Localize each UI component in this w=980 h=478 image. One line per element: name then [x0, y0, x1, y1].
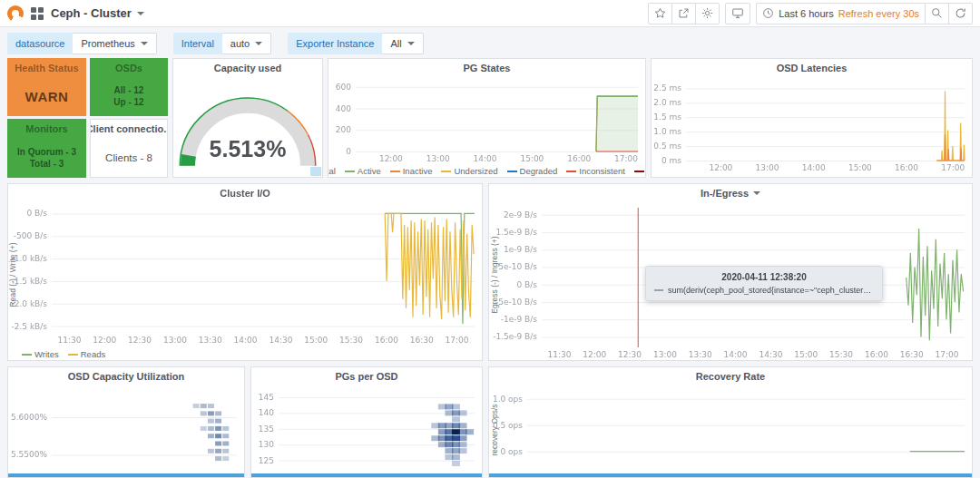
legend-label: Total	[328, 166, 336, 176]
variable-datasource: datasource Prometheus	[7, 33, 157, 54]
panel-title[interactable]: Cluster I/O	[8, 184, 482, 202]
panel-title: In-/Egress	[701, 184, 749, 202]
panel-title[interactable]: OSD Latencies	[652, 59, 972, 77]
dashboards-grid-icon[interactable]	[31, 7, 44, 20]
annotation-tooltip: 2020-04-11 12:38:20 sum(deriv(ceph_pool_…	[645, 266, 883, 301]
panel-in-egress[interactable]: In-/Egress Egress (-) / Ingress (+) 2020…	[488, 183, 973, 361]
settings-button[interactable]	[696, 3, 720, 24]
datasource-value: Prometheus	[81, 38, 134, 49]
refresh-button[interactable]	[949, 3, 973, 24]
capacity-gauge-value: 5.513%	[173, 136, 322, 162]
health-status-value: WARN	[25, 89, 69, 104]
panel-title[interactable]: Monitors	[8, 120, 85, 138]
legend-label: Writes	[34, 349, 59, 359]
osds-all-value: All - 12	[114, 85, 144, 95]
legend-color-dash	[68, 354, 78, 356]
clients-value: Clients - 8	[105, 152, 152, 163]
legend-item[interactable]: Inactive	[390, 166, 433, 176]
exporter-instance-select[interactable]: All	[382, 33, 423, 54]
interval-select[interactable]: auto	[222, 33, 271, 54]
gear-icon	[701, 7, 713, 19]
legend-item[interactable]: Degraded	[507, 166, 558, 176]
grafana-logo-hole	[12, 10, 19, 17]
panel-health-status[interactable]: Health Status WARN	[7, 58, 86, 116]
scroll-indicator[interactable]	[489, 473, 972, 477]
share-button[interactable]	[672, 3, 696, 24]
star-button[interactable]	[648, 3, 672, 24]
panel-monitors[interactable]: Monitors In Quorum - 3 Total - 3	[7, 119, 86, 178]
osd-latencies-chart[interactable]	[652, 77, 972, 173]
variable-exporter-instance: Exporter Instance All	[288, 33, 423, 54]
panel-title[interactable]: OSDs	[91, 59, 167, 77]
interval-value: auto	[230, 38, 250, 49]
cluster-io-chart[interactable]	[8, 202, 482, 346]
panel-title[interactable]: Health Status	[8, 59, 85, 77]
legend-item[interactable]: Down	[634, 166, 645, 176]
zoom-out-button[interactable]	[926, 3, 949, 24]
recovery-rate-chart[interactable]	[489, 385, 972, 473]
panel-osds[interactable]: OSDs All - 12 Up - 12	[90, 58, 168, 116]
panel-pgs-per-osd[interactable]: PGs per OSD	[250, 366, 483, 478]
osd-capacity-heatmap[interactable]	[8, 385, 244, 473]
osds-up-value: Up - 12	[113, 97, 143, 107]
panel-resize-handle[interactable]	[310, 167, 321, 176]
legend-color-dash	[507, 171, 517, 172]
refresh-interval-label: Refresh every 30s	[838, 8, 919, 19]
grid-square	[31, 15, 36, 20]
cycle-view-mode-button[interactable]	[725, 3, 750, 24]
panel-capacity-used[interactable]: Capacity used 5.513%	[172, 58, 323, 178]
grafana-logo-icon[interactable]	[7, 5, 24, 22]
panel-recovery-rate[interactable]: Recovery Rate recovery Ops/s	[488, 366, 973, 478]
panel-title[interactable]: Capacity used	[173, 59, 322, 77]
dashboard-title-dropdown[interactable]: Ceph - Cluster	[51, 6, 144, 20]
legend-label: Degraded	[520, 166, 558, 176]
panel-client-connections[interactable]: Client connectio... Clients - 8	[90, 119, 168, 178]
pgs-per-osd-heatmap[interactable]	[251, 385, 482, 473]
legend-label: Undersized	[454, 166, 497, 176]
panel-title[interactable]: Client connectio...	[91, 120, 167, 138]
scroll-indicator[interactable]	[251, 473, 482, 477]
panel-title[interactable]: OSD Capacity Utilization	[8, 367, 244, 385]
legend-item[interactable]: Reads	[68, 349, 105, 359]
panel-osd-capacity-utilization[interactable]: OSD Capacity Utilization	[7, 366, 245, 478]
chevron-down-icon	[137, 12, 144, 19]
panel-title[interactable]: PGs per OSD	[251, 367, 482, 385]
cluster-io-legend: WritesReads	[8, 349, 482, 359]
time-range-picker[interactable]: Last 6 hours Refresh every 30s	[756, 3, 926, 24]
pg-states-chart[interactable]	[328, 77, 645, 164]
panel-title-dropdown[interactable]: In-/Egress	[489, 184, 972, 202]
legend-item[interactable]: Active	[345, 166, 381, 176]
legend-color-dash	[566, 171, 576, 172]
star-icon	[654, 7, 666, 19]
datasource-select[interactable]: Prometheus	[73, 33, 156, 54]
pg-states-legend: TotalActiveInactiveUndersizedDegradedInc…	[328, 166, 645, 176]
dashboard-variables-row: datasource Prometheus Interval auto Expo…	[7, 33, 424, 54]
dashboard-title: Ceph - Cluster	[51, 6, 132, 20]
panel-pg-states[interactable]: PG States TotalActiveInactiveUndersizedD…	[328, 58, 646, 178]
legend-color-dash	[441, 171, 451, 172]
panel-cluster-io[interactable]: Cluster I/O Read (-) / Write (+) WritesR…	[7, 183, 483, 361]
legend-item[interactable]: Undersized	[441, 166, 497, 176]
magnifier-icon	[931, 7, 943, 19]
chevron-down-icon	[407, 42, 415, 49]
exporter-instance-value: All	[390, 38, 401, 49]
legend-label: Active	[358, 166, 381, 176]
panel-osd-latencies[interactable]: OSD Latencies	[651, 58, 973, 178]
monitors-quorum-value: In Quorum - 3	[17, 147, 76, 157]
legend-color-dash	[390, 171, 400, 172]
panel-title[interactable]: PG States	[328, 59, 645, 77]
legend-color-dash	[634, 171, 644, 172]
tooltip-series-dash	[654, 289, 663, 291]
top-navbar: Ceph - Cluster	[0, 0, 980, 27]
tooltip-query-text: sum(deriv(ceph_pool_stored{instance=~"ce…	[668, 286, 874, 295]
scroll-indicator[interactable]	[8, 473, 244, 477]
monitors-total-value: Total - 3	[30, 159, 64, 169]
time-range-label: Last 6 hours	[779, 8, 834, 19]
legend-item[interactable]: Writes	[22, 349, 59, 359]
legend-color-dash	[22, 354, 32, 356]
legend-item[interactable]: Total	[328, 166, 336, 176]
panel-title[interactable]: Recovery Rate	[489, 367, 972, 385]
refresh-icon	[955, 7, 966, 19]
legend-item[interactable]: Inconsistent	[566, 166, 625, 176]
grafana-dashboard: Ceph - Cluster	[0, 0, 980, 478]
